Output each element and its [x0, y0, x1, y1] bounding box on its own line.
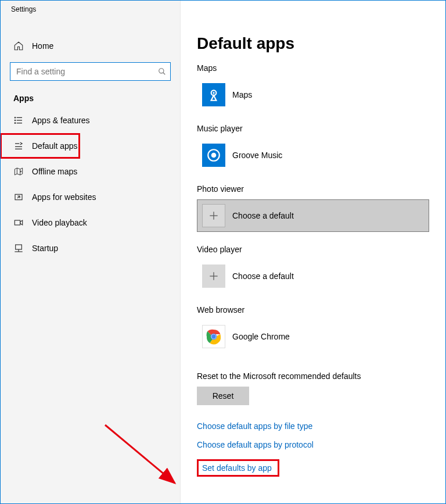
- category-music-label: Music player: [197, 124, 429, 133]
- sidebar-item-apps-for-websites[interactable]: Apps for websites: [1, 184, 180, 210]
- sidebar-item-startup[interactable]: Startup: [1, 235, 180, 261]
- reset-text: Reset to the Microsoft recommended defau…: [197, 371, 429, 381]
- svg-point-26: [213, 92, 214, 94]
- groove-icon: [202, 144, 225, 167]
- sidebar: Settings Home Apps: [1, 1, 181, 503]
- sidebar-item-label: Offline maps: [32, 167, 77, 176]
- map-icon: [13, 166, 24, 177]
- chrome-icon: [202, 325, 225, 348]
- open-icon: [13, 192, 24, 202]
- plus-icon: [202, 204, 225, 227]
- category-maps-label: Maps: [197, 63, 429, 73]
- home-icon: [13, 41, 24, 51]
- category-video-label: Video player: [197, 245, 429, 254]
- home-label: Home: [32, 41, 53, 51]
- app-maps[interactable]: Maps: [197, 78, 429, 111]
- page-title: Default apps: [197, 34, 429, 53]
- reset-button[interactable]: Reset: [197, 387, 249, 405]
- sidebar-item-offline-maps[interactable]: Offline maps: [1, 159, 180, 184]
- app-web[interactable]: Google Chrome: [197, 320, 429, 353]
- svg-rect-20: [15, 220, 20, 225]
- app-maps-label: Maps: [232, 90, 252, 99]
- svg-point-9: [15, 120, 15, 120]
- sidebar-item-video-playback[interactable]: Video playback: [1, 210, 180, 235]
- defaults-icon: [13, 141, 24, 151]
- app-web-label: Google Chrome: [232, 332, 290, 341]
- app-video[interactable]: Choose a default: [197, 260, 429, 292]
- sidebar-section-title: Apps: [1, 81, 180, 105]
- plus-icon: [202, 264, 225, 288]
- nav-list: Apps & features Default apps: [1, 105, 180, 261]
- app-music[interactable]: Groove Music: [197, 139, 429, 171]
- sidebar-item-apps-features[interactable]: Apps & features: [1, 108, 180, 133]
- sidebar-item-label: Apps for websites: [32, 192, 96, 202]
- sidebar-item-label: Default apps: [32, 141, 78, 151]
- window-title: Settings: [1, 1, 180, 17]
- category-web-label: Web browser: [197, 305, 429, 314]
- link-by-protocol[interactable]: Choose default apps by protocol: [197, 440, 314, 449]
- svg-point-36: [211, 334, 215, 338]
- links: Choose default apps by file type Choose …: [197, 421, 429, 477]
- list-icon: [13, 115, 24, 126]
- app-video-label: Choose a default: [232, 271, 294, 281]
- main-panel: Default apps Maps Maps Music player Groo…: [181, 1, 445, 503]
- video-icon: [13, 217, 24, 228]
- link-by-file-type[interactable]: Choose default apps by file type: [197, 421, 312, 431]
- sidebar-item-label: Video playback: [32, 218, 87, 227]
- svg-point-28: [212, 153, 216, 158]
- search-input[interactable]: [10, 62, 171, 81]
- app-photo-label: Choose a default: [232, 211, 294, 220]
- app-music-label: Groove Music: [232, 151, 282, 160]
- app-photo[interactable]: Choose a default: [197, 199, 429, 232]
- sidebar-item-default-apps[interactable]: Default apps: [2, 135, 78, 157]
- category-photo-label: Photo viewer: [197, 184, 429, 194]
- home-button[interactable]: Home: [1, 33, 180, 59]
- maps-icon: [202, 83, 225, 106]
- sidebar-item-label: Apps & features: [32, 116, 90, 125]
- svg-point-8: [15, 117, 15, 118]
- svg-rect-22: [16, 245, 22, 249]
- svg-point-10: [15, 123, 15, 123]
- link-set-defaults-by-app[interactable]: Set defaults by app: [202, 463, 272, 473]
- startup-icon: [13, 243, 24, 253]
- sidebar-item-label: Startup: [32, 244, 58, 253]
